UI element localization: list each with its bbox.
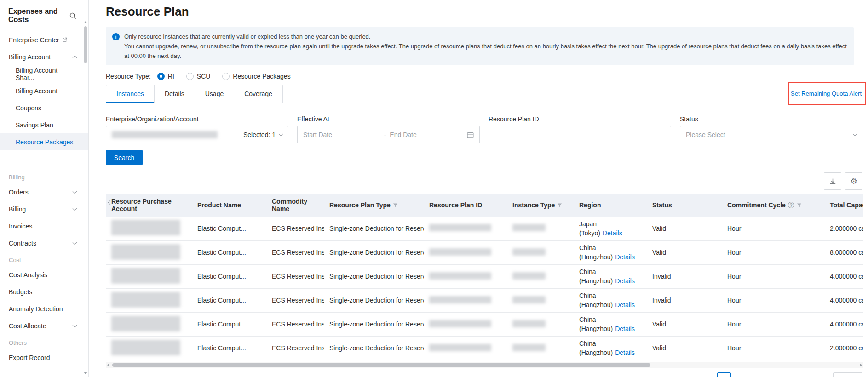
filter-icon[interactable] [797,203,802,208]
account-selected-count: Selected: 1 [243,131,276,138]
sidebar-item-billing-account[interactable]: Billing Account [0,48,88,65]
download-button[interactable] [824,172,841,190]
scrollbar-thumb[interactable] [84,26,87,63]
sidebar-item-billing-account-sharing[interactable]: Billing Account Shar... [0,65,88,82]
scroll-right-icon[interactable] [860,363,862,367]
commitment-cycle-cell: Hour [722,336,824,360]
radio-ri[interactable]: RI [157,73,174,80]
set-remaining-quota-alert-link[interactable]: Set Remaining Quota Alert [791,90,862,97]
sidebar-item-export-record[interactable]: Export Record [0,349,88,366]
redacted-account-value [112,131,218,138]
region-details-link[interactable]: Details [603,229,622,237]
col-resource-plan-type: Resource Plan Type [324,194,424,217]
region-details-link[interactable]: Details [615,277,635,285]
region-details-link[interactable]: Details [615,301,635,308]
status-select[interactable]: Please Select [680,126,862,143]
tab-coverage[interactable]: Coverage [234,85,282,103]
sidebar-item-resource-packages[interactable]: Resource Packages [0,133,88,150]
account-select[interactable]: Selected: 1 [106,126,288,143]
sidebar-scrollbar[interactable] [83,20,88,376]
items-per-page-label: Items per page: [784,376,828,377]
account-filter-label: Enterprise/Organization/Account [106,115,288,123]
sidebar-item-coupons[interactable]: Coupons [0,99,88,116]
sidebar-section-cost: Cost [0,251,88,266]
previous-page-button[interactable]: ‹ Previous [680,376,710,377]
table-row: Elastic Comput... ECS Reserved Instance … [106,240,863,264]
col-instance-type: Instance Type [507,194,574,217]
sidebar-item-billing-account-sub[interactable]: Billing Account [0,82,88,99]
filter-icon[interactable] [557,203,562,208]
chevron-down-icon [279,132,283,137]
redacted-instance-type [512,224,546,231]
radio-label: SCU [197,73,211,80]
search-icon[interactable] [69,12,76,19]
status-cell: Invalid [647,288,722,312]
sidebar-item-orders[interactable]: Orders [0,183,88,200]
filter-icon[interactable] [393,203,398,208]
sidebar-item-label: Coupons [16,104,41,112]
sidebar-item-enterprise-center[interactable]: Enterprise Center [0,31,88,48]
resource-plan-id-input[interactable] [494,131,665,138]
commodity-name-cell: ECS Reserved Instance [266,217,324,240]
col-commodity-name: Commodity Name [266,194,324,217]
commodity-name-cell: ECS Reserved Instance [266,288,324,312]
sidebar-item-label: Billing Account Shar... [16,67,75,81]
sidebar-item-cost-allocate[interactable]: Cost Allocate [0,317,88,334]
sidebar-item-anomaly-detection[interactable]: Anomaly Detection [0,300,88,317]
sidebar-item-label: Savings Plan [16,121,53,129]
start-date-input[interactable] [303,131,380,138]
status-cell: Valid [647,217,722,240]
region-cell: Japan (Tokyo) [579,220,600,237]
collapse-panel-button[interactable] [106,196,114,208]
scroll-left-icon[interactable] [107,363,109,367]
sidebar-item-budgets[interactable]: Budgets [0,283,88,300]
info-line-2: You cannot upgrade, renew, or unsubscrib… [124,41,847,61]
col-region: Region [574,194,647,217]
horizontal-scrollbar[interactable] [106,362,863,368]
sidebar-item-savings-plan[interactable]: Savings Plan [0,116,88,133]
region-cell: China (Hangzhou) [579,292,613,308]
main-content: Resource Plan i Only resource instances … [89,0,868,377]
scroll-up-icon[interactable] [84,21,87,23]
redacted-instance-type [512,272,546,280]
status-placeholder: Please Select [686,131,853,138]
sidebar-item-label: Contracts [9,240,36,247]
end-date-input[interactable] [390,131,467,138]
date-range-picker[interactable]: - [297,126,480,143]
settings-button[interactable]: ⚙ [845,172,862,190]
sidebar-item-cost-analysis[interactable]: Cost Analysis [0,266,88,283]
sidebar-item-label: Export Record [9,354,50,361]
commitment-cycle-cell: Hour [722,217,824,240]
status-cell: Valid [647,312,722,336]
help-icon[interactable]: ? [788,202,794,208]
chevron-down-icon [853,132,857,137]
tab-usage[interactable]: Usage [195,85,234,103]
radio-resource-packages[interactable]: Resource Packages [222,73,290,80]
region-details-link[interactable]: Details [615,253,635,261]
table-toolbar: ⚙ [89,172,862,190]
tab-details[interactable]: Details [154,85,195,103]
sidebar-item-invoices[interactable]: Invoices [0,217,88,234]
sidebar-item-billing[interactable]: Billing [0,200,88,217]
scroll-down-icon[interactable] [84,372,87,374]
items-per-page-select[interactable]: 20 [833,372,862,377]
download-icon [829,178,836,185]
page-number-button[interactable]: 1 [717,372,731,377]
table-row: Elastic Comput... ECS Reserved Instance … [106,336,863,360]
sidebar-divider [0,150,88,169]
tab-instances[interactable]: Instances [106,85,154,103]
scrollbar-thumb[interactable] [112,363,650,367]
next-page-button[interactable]: Next › [738,376,756,377]
sidebar-section-others: Others [0,334,88,349]
redacted-account [111,340,180,355]
table-row: Elastic Comput... ECS Reserved Instance … [106,264,863,288]
app-title: Expenses and Costs [8,7,69,24]
region-details-link[interactable]: Details [615,325,635,332]
gear-icon: ⚙ [850,177,857,186]
search-button[interactable]: Search [106,150,143,165]
radio-scu[interactable]: SCU [186,73,211,80]
info-banner: i Only resource instances that are curre… [106,27,854,65]
sidebar-item-contracts[interactable]: Contracts [0,234,88,251]
redacted-account [111,220,180,235]
region-details-link[interactable]: Details [615,349,635,356]
